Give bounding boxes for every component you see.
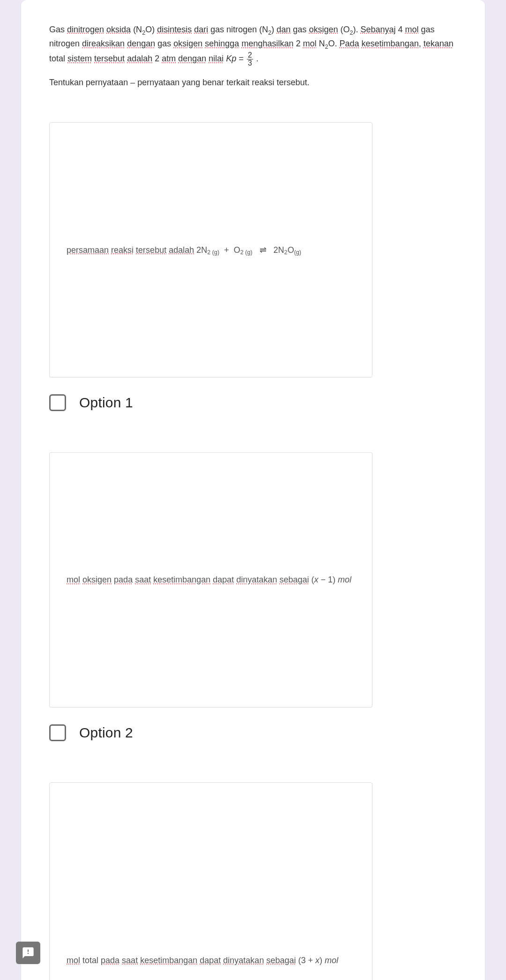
question-card: Gas dinitrogen oksida (N2O) disintesis d… <box>21 0 485 980</box>
feedback-icon <box>22 946 35 959</box>
kp-denominator: 3 <box>247 59 253 67</box>
feedback-button[interactable] <box>16 942 40 964</box>
question-instruction: Tentukan pernyataan – pernyataan yang be… <box>49 76 457 89</box>
option-row-2[interactable]: Option 2 <box>49 724 457 741</box>
option-block-2: mol oksigen pada saat kesetimbangan dapa… <box>49 452 457 741</box>
option-image-2: mol oksigen pada saat kesetimbangan dapa… <box>49 452 372 707</box>
option-block-3: mol total pada saat kesetimbangan dapat … <box>49 782 457 980</box>
kp-fraction: 2 3 <box>247 52 253 67</box>
option-image-1: persamaan reaksi tersebut adalah 2N2 (g)… <box>49 122 372 377</box>
question-text: Gas dinitrogen oksida (N2O) disintesis d… <box>49 23 457 67</box>
option-row-1[interactable]: Option 1 <box>49 394 457 411</box>
option-label-2: Option 2 <box>79 725 133 741</box>
option-block-1: persamaan reaksi tersebut adalah 2N2 (g)… <box>49 122 457 411</box>
option-label-1: Option 1 <box>79 395 133 411</box>
option-image-3: mol total pada saat kesetimbangan dapat … <box>49 782 372 980</box>
kp-numerator: 2 <box>247 52 253 59</box>
checkbox-option-1[interactable] <box>49 394 66 411</box>
checkbox-option-2[interactable] <box>49 724 66 741</box>
